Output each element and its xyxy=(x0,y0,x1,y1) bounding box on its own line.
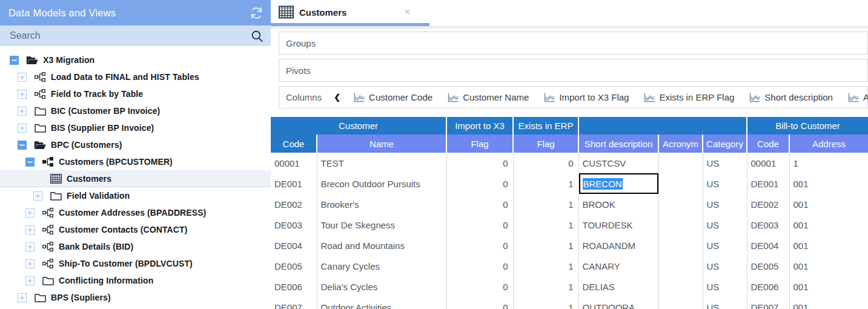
tree-item[interactable]: Load Data to FINAL and HIST Tables xyxy=(0,68,271,85)
column-chip[interactable]: Customer Code xyxy=(354,92,432,102)
grid-cell[interactable]: US xyxy=(703,173,747,194)
tab-close-icon[interactable]: ✕ xyxy=(404,7,411,16)
column-chip[interactable]: Import to X3 Flag xyxy=(544,92,629,102)
column-group-header[interactable]: Exists in ERP xyxy=(513,117,578,135)
groups-drop-zone[interactable]: Groups xyxy=(279,32,868,55)
column-header[interactable]: Code xyxy=(747,135,789,153)
grid-cell[interactable]: CUSTCSV xyxy=(578,153,658,173)
search-input[interactable] xyxy=(8,30,250,42)
grid-cell[interactable]: BROOK xyxy=(578,194,658,214)
column-group-header[interactable]: Import to X3 xyxy=(446,117,513,135)
column-group-header[interactable]: Customer xyxy=(271,117,446,135)
tree-item[interactable]: Conflicting Information xyxy=(0,272,271,289)
grid-cell[interactable]: Outdoor Activities xyxy=(317,297,446,309)
grid-cell[interactable]: DE007 xyxy=(747,297,789,309)
grid-cell[interactable]: Brecon Outdoor Pursuits xyxy=(317,173,446,194)
grid-cell[interactable]: 1 xyxy=(513,194,578,214)
collapse-icon[interactable] xyxy=(18,141,27,150)
grid-cell[interactable]: DE001 xyxy=(747,173,789,194)
expand-icon[interactable] xyxy=(18,73,27,82)
grid-cell[interactable]: 1 xyxy=(513,214,578,235)
grid-cell[interactable] xyxy=(658,173,703,194)
grid-cell[interactable] xyxy=(658,276,703,297)
search-icon[interactable] xyxy=(250,29,263,42)
column-header[interactable]: Flag xyxy=(513,135,578,153)
grid-cell[interactable]: Road and Mountains xyxy=(317,235,446,256)
expand-icon[interactable] xyxy=(18,107,27,116)
grid-cell[interactable]: 1 xyxy=(789,153,868,173)
collapse-icon[interactable] xyxy=(10,56,19,65)
grid-cell[interactable]: 001 xyxy=(789,297,868,309)
tree-item[interactable]: Customers (BPCUSTOMER) xyxy=(0,153,271,170)
tree-item[interactable]: Field to Track by Table xyxy=(0,85,271,102)
grid-cell[interactable]: DE005 xyxy=(747,256,789,276)
grid-cell[interactable]: US xyxy=(703,194,747,214)
grid-cell-editing[interactable]: BRECON xyxy=(578,173,658,194)
grid-cell[interactable]: 0 xyxy=(446,276,513,297)
tree-item[interactable]: Customer Addresses (BPADDRESS) xyxy=(0,204,271,221)
grid-cell[interactable] xyxy=(658,256,703,276)
grid-cell[interactable]: DE006 xyxy=(271,276,317,297)
grid-cell[interactable]: 0 xyxy=(446,256,513,276)
grid-cell[interactable]: Delia's Cycles xyxy=(317,276,446,297)
grid-cell[interactable]: US xyxy=(703,276,747,297)
grid-cell[interactable] xyxy=(658,235,703,256)
grid-cell[interactable]: 001 xyxy=(789,214,868,235)
pivots-drop-zone[interactable]: Pivots xyxy=(279,59,868,82)
grid-cell[interactable] xyxy=(658,194,703,214)
tree-item[interactable]: BIS (Supplier BP Invoice) xyxy=(0,119,271,136)
column-header[interactable]: Code xyxy=(271,135,317,153)
grid-cell[interactable]: 1 xyxy=(513,235,578,256)
refresh-icon[interactable] xyxy=(249,5,263,20)
expand-icon[interactable] xyxy=(25,276,35,285)
grid-cell[interactable]: DELIAS xyxy=(578,276,658,297)
grid-cell[interactable]: DE005 xyxy=(271,256,317,276)
grid-cell[interactable]: DE002 xyxy=(747,194,789,214)
grid-cell[interactable]: TOURDESK xyxy=(578,214,658,235)
tree-item[interactable]: Ship-To Customer (BPDLVCUST) xyxy=(0,255,271,272)
tree-item[interactable]: X3 Migration xyxy=(0,51,271,68)
grid-cell[interactable]: US xyxy=(703,256,747,276)
column-chip[interactable]: Short description xyxy=(749,92,833,102)
grid-cell[interactable]: 001 xyxy=(789,194,868,214)
column-header[interactable]: Address xyxy=(789,135,868,153)
expand-icon[interactable] xyxy=(25,242,35,251)
grid-cell[interactable]: DE006 xyxy=(747,276,789,297)
tree-item[interactable]: BIC (Customer BP Invoice) xyxy=(0,102,271,119)
grid-cell[interactable]: 001 xyxy=(789,173,868,194)
column-chip[interactable]: Exists in ERP Flag xyxy=(644,92,734,102)
tree-item[interactable]: Bank Details (BID) xyxy=(0,238,271,255)
column-group-header[interactable] xyxy=(578,117,747,135)
grid-cell[interactable]: OUTDOORA xyxy=(578,297,658,309)
grid-cell[interactable]: 0 xyxy=(446,214,513,235)
column-chip[interactable]: Acronym xyxy=(848,92,868,102)
grid-cell[interactable]: 0 xyxy=(446,173,513,194)
grid-cell[interactable]: Tour De Skegness xyxy=(317,214,446,235)
grid-cell[interactable]: Brooker's xyxy=(317,194,446,214)
grid-cell[interactable]: US xyxy=(703,153,747,173)
tab-customers[interactable]: Customers ✕ xyxy=(271,0,429,25)
grid-cell[interactable]: DE004 xyxy=(747,235,789,256)
column-header[interactable]: Short description xyxy=(578,135,658,153)
collapse-icon[interactable] xyxy=(25,158,35,167)
grid-cell[interactable]: TEST xyxy=(317,153,446,173)
column-group-header[interactable]: Bill-to Customer xyxy=(747,117,868,135)
grid-cell[interactable]: 001 xyxy=(789,256,868,276)
grid-cell[interactable]: US xyxy=(703,214,747,235)
grid-cell[interactable] xyxy=(658,297,703,309)
grid-cell[interactable]: 001 xyxy=(789,235,868,256)
grid-cell[interactable]: 0 xyxy=(446,153,513,173)
expand-icon[interactable] xyxy=(25,225,35,234)
tree-item[interactable]: Customer Contacts (CONTACT) xyxy=(0,221,271,238)
grid-cell[interactable]: 1 xyxy=(513,173,578,194)
grid-cell[interactable]: 1 xyxy=(513,276,578,297)
grid-cell[interactable]: 0 xyxy=(446,235,513,256)
tree-item[interactable]: BPS (Supliers) xyxy=(0,289,271,306)
expand-icon[interactable] xyxy=(25,259,35,268)
grid-cell[interactable]: Canary Cycles xyxy=(317,256,446,276)
grid-cell[interactable] xyxy=(658,214,703,235)
column-header[interactable]: Category xyxy=(703,135,747,153)
tree-item[interactable]: BPC (Customers) xyxy=(0,136,271,153)
grid-cell[interactable]: DE007 xyxy=(271,297,317,309)
chevron-left-icon[interactable]: ❮ xyxy=(334,93,340,102)
